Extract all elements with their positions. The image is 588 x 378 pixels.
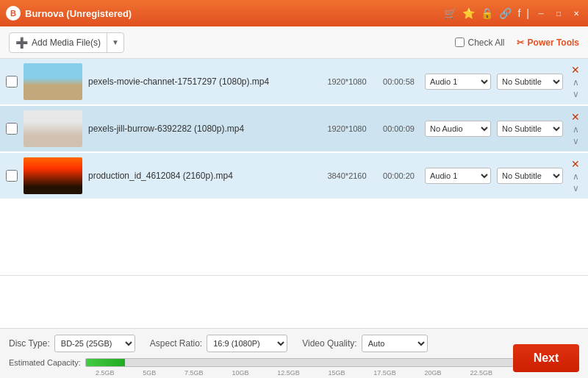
file-thumbnail-1: [24, 63, 82, 100]
toolbar-right: Check All ✂ Power Tools: [455, 38, 579, 48]
capacity-row: Estimated Capacity: 2.5GB 5GB 7.5GB 10GB…: [0, 355, 588, 370]
subtitle-dropdown-3[interactable]: No Subtitle Subtitle 1: [497, 168, 563, 184]
table-row: pexels-jill-burrow-6392282 (1080p).mp4 1…: [0, 106, 588, 153]
file-name-2: pexels-jill-burrow-6392282 (1080p).mp4: [88, 124, 315, 134]
check-all-label: Check All: [468, 38, 505, 48]
delete-button-3[interactable]: ✕: [571, 159, 580, 169]
audio-dropdown-1[interactable]: Audio 1 No Audio: [425, 74, 491, 90]
move-up-button-2[interactable]: ∧: [573, 125, 579, 134]
file-resolution-2: 1920*1080: [321, 124, 373, 133]
delete-button-1[interactable]: ✕: [571, 65, 580, 75]
video-quality-field: Video Quality: Auto High Medium Low: [302, 335, 428, 352]
subtitle-dropdown-2[interactable]: No Subtitle Subtitle 1: [497, 121, 563, 137]
file-audio-select-3[interactable]: Audio 1 No Audio: [425, 168, 491, 184]
file-duration-1: 00:00:58: [379, 77, 419, 86]
file-actions-3: ✕ ∧ ∨: [569, 159, 582, 193]
video-quality-label: Video Quality:: [302, 338, 357, 349]
separator: |: [526, 7, 529, 19]
cap-tick-6: 17.5GB: [373, 369, 396, 377]
disc-type-label: Disc Type:: [9, 338, 50, 349]
table-row: pexels-movie-channet-17517297 (1080p).mp…: [0, 59, 588, 106]
cap-tick-3: 10GB: [232, 369, 248, 377]
file-checkbox-2[interactable]: [6, 123, 18, 135]
file-actions-1: ✕ ∧ ∨: [569, 65, 582, 99]
app-title: Burnova (Unregistered): [25, 8, 132, 19]
file-subtitle-select-1[interactable]: No Subtitle Subtitle 1: [497, 74, 563, 90]
cap-tick-4: 12.5GB: [277, 369, 300, 377]
file-thumbnail-3: [24, 157, 82, 194]
facebook-icon[interactable]: f: [517, 7, 520, 19]
file-duration-3: 00:00:20: [379, 171, 419, 180]
audio-dropdown-3[interactable]: Audio 1 No Audio: [425, 168, 491, 184]
cap-tick-2: 7.5GB: [184, 369, 204, 377]
star-icon[interactable]: ⭐: [462, 7, 475, 19]
file-resolution-1: 1920*1080: [321, 77, 373, 86]
audio-dropdown-2[interactable]: No Audio Audio 1: [425, 121, 491, 137]
cap-tick-8: 22.5GB: [470, 369, 492, 377]
file-subtitle-select-2[interactable]: No Subtitle Subtitle 1: [497, 121, 563, 137]
cap-tick-0: 2.5GB: [96, 369, 115, 377]
aspect-ratio-select[interactable]: 16:9 (1080P) 4:3 16:9 (720P): [207, 335, 287, 352]
add-media-dropdown-arrow[interactable]: ▼: [107, 33, 123, 52]
cap-tick-1: 5GB: [143, 369, 156, 377]
title-left: B Burnova (Unregistered): [6, 6, 132, 21]
file-list: pexels-movie-channet-17517297 (1080p).mp…: [0, 59, 588, 276]
capacity-bar: [85, 358, 579, 367]
file-actions-2: ✕ ∧ ∨: [569, 112, 582, 146]
file-audio-select-2[interactable]: No Audio Audio 1: [425, 121, 491, 137]
estimated-capacity-label: Estimated Capacity:: [9, 358, 81, 367]
main-content: ➕ Add Media File(s) ▼ Check All ✂ Power …: [0, 26, 588, 354]
file-duration-2: 00:00:09: [379, 124, 419, 133]
subtitle-dropdown-1[interactable]: No Subtitle Subtitle 1: [497, 74, 563, 90]
power-tools-button[interactable]: ✂ Power Tools: [517, 38, 579, 48]
power-tools-label: Power Tools: [528, 38, 579, 48]
close-button[interactable]: ✕: [570, 7, 582, 19]
disc-type-field: Disc Type: BD-25 (25GB) BD-50 (50GB) DVD…: [9, 335, 135, 352]
move-down-button-1[interactable]: ∨: [573, 90, 579, 99]
maximize-button[interactable]: □: [553, 7, 564, 19]
cap-tick-5: 15GB: [329, 369, 345, 377]
file-resolution-3: 3840*2160: [321, 171, 373, 180]
video-quality-select[interactable]: Auto High Medium Low: [362, 335, 428, 352]
move-down-button-2[interactable]: ∨: [573, 137, 579, 146]
check-all-checkbox[interactable]: [455, 38, 465, 47]
bottom-bar: Disc Type: BD-25 (25GB) BD-50 (50GB) DVD…: [0, 328, 588, 378]
file-audio-select-1[interactable]: Audio 1 No Audio: [425, 74, 491, 90]
cart-icon[interactable]: 🛒: [444, 7, 456, 19]
table-row: production_id_4612084 (2160p).mp4 3840*2…: [0, 153, 588, 200]
title-icons: 🛒 ⭐ 🔒 🔗 f | ─ □ ✕: [444, 7, 582, 19]
add-media-button[interactable]: ➕ Add Media File(s) ▼: [9, 32, 124, 53]
disc-type-select[interactable]: BD-25 (25GB) BD-50 (50GB) DVD-5 (4.7GB) …: [54, 335, 135, 352]
capacity-fill: [86, 359, 126, 366]
file-checkbox-3[interactable]: [6, 170, 18, 182]
cap-tick-7: 20GB: [425, 369, 442, 377]
add-icon: ➕: [15, 37, 28, 49]
file-name-1: pexels-movie-channet-17517297 (1080p).mp…: [88, 76, 315, 87]
file-name-3: production_id_4612084 (2160p).mp4: [88, 171, 315, 181]
move-up-button-3[interactable]: ∧: [573, 172, 579, 181]
share-icon[interactable]: 🔗: [499, 7, 512, 19]
toolbar: ➕ Add Media File(s) ▼ Check All ✂ Power …: [0, 26, 588, 59]
minimize-button[interactable]: ─: [535, 7, 547, 19]
add-media-label: Add Media File(s): [32, 38, 101, 48]
next-button[interactable]: Next: [513, 344, 579, 372]
file-subtitle-select-3[interactable]: No Subtitle Subtitle 1: [497, 168, 563, 184]
wrench-icon: ✂: [517, 38, 524, 48]
lock-icon[interactable]: 🔒: [481, 7, 493, 19]
delete-button-2[interactable]: ✕: [571, 112, 580, 122]
bottom-controls: Disc Type: BD-25 (25GB) BD-50 (50GB) DVD…: [0, 329, 588, 355]
file-thumbnail-2: [24, 110, 82, 147]
aspect-ratio-label: Aspect Ratio:: [150, 338, 202, 349]
move-down-button-3[interactable]: ∨: [573, 184, 579, 193]
file-checkbox-1[interactable]: [6, 76, 18, 88]
add-media-main[interactable]: ➕ Add Media File(s): [10, 33, 107, 52]
aspect-ratio-field: Aspect Ratio: 16:9 (1080P) 4:3 16:9 (720…: [150, 335, 287, 352]
move-up-button-1[interactable]: ∧: [573, 78, 579, 87]
check-all-area[interactable]: Check All: [455, 38, 505, 48]
title-bar: B Burnova (Unregistered) 🛒 ⭐ 🔒 🔗 f | ─ □…: [0, 0, 588, 26]
app-logo: B: [6, 6, 21, 21]
